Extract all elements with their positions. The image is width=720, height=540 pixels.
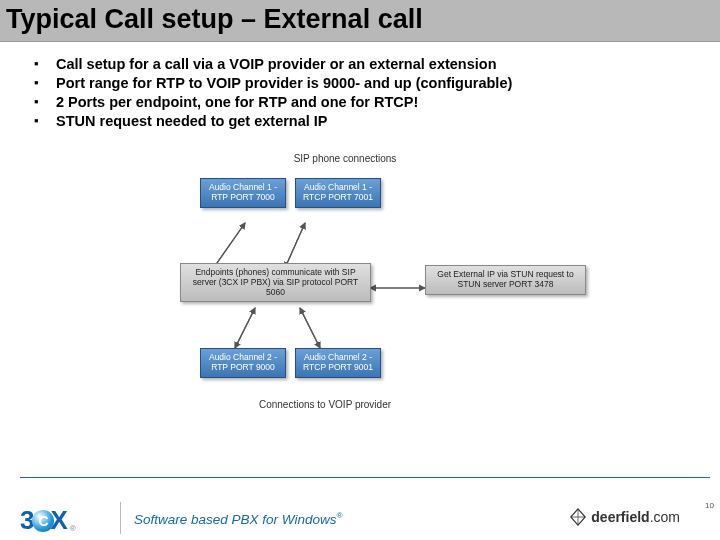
bullet-item: 2 Ports per endpoint, one for RTP and on… — [34, 94, 720, 110]
footer-divider — [120, 502, 121, 534]
deerfield-logo: deerfield.com — [569, 508, 680, 526]
svg-line-4 — [235, 308, 255, 348]
diagram-container: SIP phone connections Audio Channel 1 - … — [170, 153, 598, 423]
box-audio2-rtcp: Audio Channel 2 - RTCP PORT 9001 — [295, 348, 381, 378]
svg-line-5 — [235, 308, 255, 348]
bullet-item: STUN request needed to get external IP — [34, 113, 720, 129]
footer-tagline: Software based PBX for Windows® — [134, 511, 342, 527]
svg-line-7 — [300, 308, 320, 348]
box-sip-server: Endpoints (phones) communicate with SIP … — [180, 263, 371, 302]
page-number: 10 — [705, 501, 714, 510]
diagram-top-label: SIP phone connections — [270, 153, 420, 164]
box-audio2-rtp: Audio Channel 2 - RTP PORT 9000 — [200, 348, 286, 378]
logo-3cx: 3 X ® — [20, 505, 76, 536]
svg-line-3 — [285, 223, 305, 268]
box-audio1-rtcp: Audio Channel 1 - RTCP PORT 7001 — [295, 178, 381, 208]
deerfield-icon — [569, 508, 587, 526]
box-audio1-rtp: Audio Channel 1 - RTP PORT 7000 — [200, 178, 286, 208]
bullet-item: Call setup for a call via a VOIP provide… — [34, 56, 720, 72]
bullet-list: Call setup for a call via a VOIP provide… — [34, 56, 720, 129]
logo-c-icon — [32, 510, 54, 532]
logo-reg: ® — [70, 524, 76, 533]
box-stun: Get External IP via STUN request to STUN… — [425, 265, 586, 295]
svg-line-2 — [285, 223, 305, 268]
svg-line-6 — [300, 308, 320, 348]
bullet-item: Port range for RTP to VOIP provider is 9… — [34, 75, 720, 91]
slide-title: Typical Call setup – External call — [0, 0, 720, 42]
diagram-bottom-label: Connections to VOIP provider — [250, 399, 400, 410]
